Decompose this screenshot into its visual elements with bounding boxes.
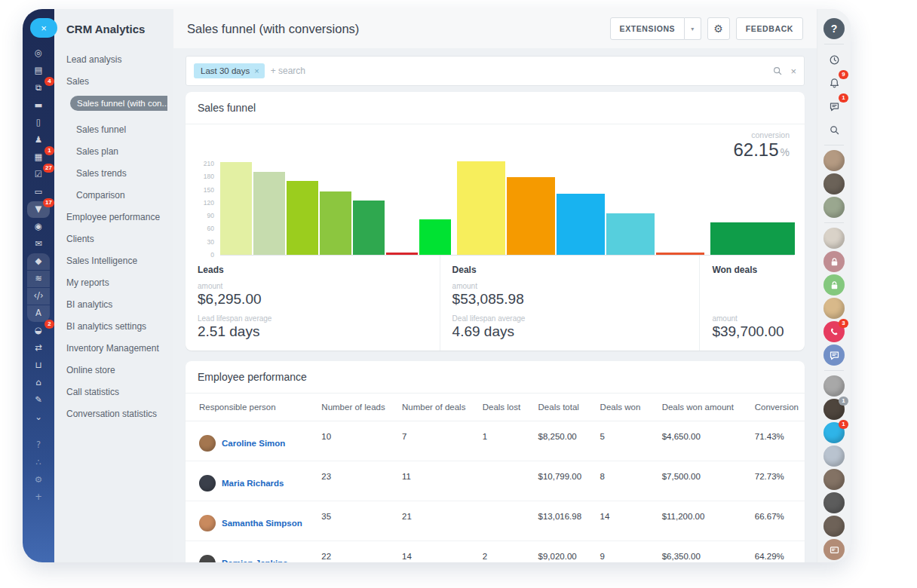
mail-icon[interactable]: ✉: [27, 236, 50, 253]
add-icon[interactable]: +: [27, 489, 50, 506]
sidebar-item-conversation-statistics[interactable]: Conversation statistics: [66, 409, 157, 419]
expand-more-icon[interactable]: ⌄: [27, 409, 50, 426]
search-input[interactable]: [265, 66, 773, 76]
crm-analytics-icon[interactable]: ▼17: [27, 201, 50, 218]
funnel-bar-deals[interactable]: [507, 177, 555, 255]
sidebar-item-my-reports[interactable]: My reports: [66, 277, 109, 288]
person-name-link[interactable]: Maria Richards: [222, 479, 284, 488]
extensions-caret-button[interactable]: ▾: [685, 17, 701, 40]
table-cell: $13,016.98: [532, 501, 594, 541]
settings-icon[interactable]: ⚙: [27, 472, 50, 488]
extensions-button[interactable]: EXTENSIONS: [610, 17, 685, 40]
funnel-bar-leads[interactable]: [253, 172, 285, 255]
messenger-icon[interactable]: ⧉4: [27, 80, 50, 96]
user-avatar[interactable]: [823, 197, 845, 218]
sidebar-item-sales-trends[interactable]: Sales trends: [76, 168, 127, 179]
company-icon[interactable]: ⌂: [27, 375, 50, 391]
online-store-icon[interactable]: ⊔: [27, 357, 50, 374]
sidebar-item-call-statistics[interactable]: Call statistics: [66, 387, 119, 397]
sidebar-item-lead-analysis[interactable]: Lead analysis: [66, 54, 121, 65]
ai-assistant-icon[interactable]: ◒2: [27, 323, 50, 339]
person-name-link[interactable]: Damian Jenkins: [222, 559, 288, 562]
sidebar-item-sales-plan[interactable]: Sales plan: [76, 146, 118, 157]
products-icon[interactable]: ◆: [27, 253, 50, 270]
user-avatar[interactable]: 1: [823, 399, 845, 420]
helpdesk-button[interactable]: ?: [823, 18, 845, 39]
settings-button[interactable]: ⚙: [707, 17, 730, 40]
clear-search-icon[interactable]: ×: [790, 66, 796, 77]
funnel-bar-deals[interactable]: [457, 161, 505, 255]
notifications-button[interactable]: 9: [823, 72, 845, 93]
sidebar-item-sales-funnel-with-con[interactable]: Sales funnel (with con...: [70, 96, 167, 111]
search-button[interactable]: [823, 119, 845, 140]
main-area: Sales funnel (with conversions) EXTENSIO…: [173, 9, 817, 562]
user-avatar[interactable]: [823, 492, 845, 513]
user-avatar[interactable]: [823, 446, 845, 467]
private-chat-button[interactable]: [823, 251, 845, 272]
marketing-icon[interactable]: ◉: [27, 219, 50, 235]
person-name-link[interactable]: Samantha Simpson: [222, 519, 302, 528]
support-icon[interactable]: ?: [27, 437, 50, 454]
pulse-icon[interactable]: ◎: [27, 45, 50, 62]
y-axis-tick: 180: [196, 173, 214, 180]
workdrive-icon[interactable]: ▬: [27, 97, 50, 114]
funnel-bar-leads[interactable]: [386, 253, 418, 255]
funnel-bar-leads[interactable]: [320, 191, 351, 255]
sidebar-item-inventory-management[interactable]: Inventory Management: [66, 343, 159, 354]
user-avatar[interactable]: [823, 375, 845, 397]
sidebar-item-bi-analytics[interactable]: BI analytics: [66, 299, 112, 310]
team-chat-button[interactable]: [823, 345, 845, 366]
funnel-bar-deals[interactable]: [606, 213, 655, 255]
funnel-bar-deals[interactable]: [557, 194, 605, 255]
board-button[interactable]: [823, 539, 845, 560]
filter-bar[interactable]: Last 30 days × ×: [186, 56, 805, 86]
funnel-bar-leads[interactable]: [419, 219, 451, 255]
user-avatar[interactable]: [823, 469, 845, 490]
documents-icon[interactable]: ▯: [27, 115, 50, 131]
tasks-icon[interactable]: ☑27: [27, 167, 50, 183]
sidebar-item-sales[interactable]: Sales: [66, 76, 89, 87]
sign-icon[interactable]: ✎: [27, 392, 50, 409]
sidebar-item-comparison[interactable]: Comparison: [76, 190, 125, 201]
sidebar-item-bi-analytics-settings[interactable]: BI analytics settings: [66, 321, 146, 332]
calls-button[interactable]: 3: [823, 321, 845, 342]
developer-icon[interactable]: ‹/›: [27, 288, 50, 305]
user-avatar[interactable]: 1: [823, 422, 845, 443]
funnel-bar-leads[interactable]: [220, 162, 252, 255]
user-avatar[interactable]: [823, 298, 845, 319]
sidebar-item-online-store[interactable]: Online store: [66, 365, 115, 375]
funnel-bar-won-deals[interactable]: [710, 222, 795, 255]
chat-button[interactable]: 1: [823, 96, 845, 117]
funnel-bar-leads[interactable]: [353, 201, 385, 255]
user-avatar[interactable]: [823, 150, 845, 171]
bi-analytics-icon[interactable]: ≋: [27, 271, 50, 287]
question-icon: ?: [831, 23, 838, 35]
sidebar-item-sales-intelligence[interactable]: Sales Intelligence: [66, 256, 137, 266]
chip-remove-icon[interactable]: ×: [254, 66, 259, 75]
sidebar-item-clients[interactable]: Clients: [66, 234, 94, 244]
y-axis-tick: 0: [196, 251, 214, 259]
funnel-bar-deals[interactable]: [656, 253, 704, 255]
open-chat-button[interactable]: [823, 274, 845, 296]
sidebar-item-employee-performance[interactable]: Employee performance: [66, 212, 160, 222]
search-icon[interactable]: [772, 66, 783, 76]
sidebar-item-sales-funnel[interactable]: Sales funnel: [76, 124, 126, 135]
left-rail: × ◎▤⧉4▬▯♟▦1☑27▭▼17◉✉◆≋‹/›A◒2⇄⊔⌂✎⌄?∴⚙+: [23, 9, 54, 562]
close-button[interactable]: ×: [30, 18, 57, 38]
user-avatar[interactable]: [823, 173, 845, 194]
table-row: Caroline Simon1071$8,250.005$4,650.0071.…: [186, 421, 805, 461]
person-name-link[interactable]: Caroline Simon: [222, 439, 285, 448]
sidebar-row: Lead analysis: [66, 47, 167, 69]
table-cell: $10,799.00: [532, 461, 594, 501]
funnel-bar-leads[interactable]: [287, 181, 318, 255]
feedback-button[interactable]: FEEDBACK: [736, 17, 803, 40]
leads-lifespan-label: Lead lifespan average: [198, 314, 428, 323]
history-button[interactable]: [823, 49, 845, 70]
user-avatar[interactable]: [823, 516, 845, 537]
user-avatar[interactable]: [823, 228, 845, 249]
filter-chip[interactable]: Last 30 days ×: [194, 63, 265, 78]
table-cell: 2: [477, 541, 532, 563]
divider: [824, 145, 844, 145]
network-icon[interactable]: ∴: [27, 455, 50, 471]
sync-icon[interactable]: ⇄: [27, 340, 50, 357]
